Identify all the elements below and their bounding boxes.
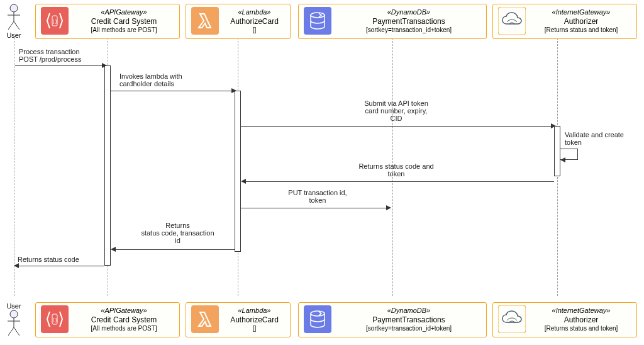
message-put-transaction: PUT transaction id, token (258, 189, 377, 204)
arrow (241, 208, 389, 208)
dynamodb-icon (304, 7, 331, 36)
svg-rect-20 (191, 305, 219, 333)
message-submit-token: Submit via API token card number, expiry… (314, 99, 478, 122)
lifeline-user (14, 38, 14, 296)
stereotype: «DynamoDB» (336, 307, 481, 315)
msg-line: Validate and create (565, 131, 641, 139)
message-returns-status-token: Returns status code and token (314, 162, 478, 178)
activation-api (104, 65, 111, 266)
participant-title: AuthorizeCard (224, 17, 285, 26)
svg-rect-8 (191, 7, 219, 35)
internetgateway-icon (498, 7, 526, 36)
stickman-icon (6, 310, 21, 336)
svg-point-12 (10, 310, 18, 318)
participant-dynamo-bottom: «DynamoDB» PaymentTransactions [sortkey=… (298, 302, 487, 337)
internetgateway-icon (498, 305, 526, 334)
participant-igw-top: «InternetGateway» Authorizer [Returns st… (492, 4, 637, 39)
stickman-icon (6, 4, 21, 30)
arrow (241, 126, 553, 127)
stereotype: «APIGateway» (74, 8, 174, 17)
svg-point-0 (10, 4, 18, 12)
participant-meta: [All methods are POST] (74, 325, 174, 333)
participant-meta: [sortkey=transaction_id+token] (336, 325, 481, 333)
msg-line: token (314, 170, 478, 178)
stereotype: «InternetGateway» (531, 307, 631, 315)
svg-line-3 (8, 21, 14, 30)
participant-meta: [sortkey=transaction_id+token] (336, 26, 481, 35)
participant-title: PaymentTransactions (336, 315, 481, 325)
participant-title: Authorizer (531, 17, 631, 26)
message-invokes-lambda: Invokes lambda with cardholder details (119, 72, 233, 88)
actor-label: User (3, 31, 25, 39)
participant-meta: [All methods are POST] (74, 26, 174, 35)
msg-line: Invokes lambda with (119, 72, 233, 80)
participant-meta: [Returns status and token] (531, 325, 631, 333)
apigateway-icon: { } (41, 7, 69, 36)
arrow (244, 181, 554, 182)
actor-user-bottom: User (3, 301, 25, 336)
arrow (17, 266, 104, 266)
msg-line: PUT transaction id, (258, 189, 377, 196)
participant-meta: [Returns status and token] (531, 26, 631, 35)
actor-user-top: User (3, 4, 25, 39)
stereotype: «Lambda» (224, 307, 285, 315)
message-returns-status-code: Returns status code (18, 256, 103, 263)
svg-text:{ }: { } (53, 317, 57, 322)
participant-meta: [] (224, 325, 285, 333)
participant-title: Credit Card System (74, 17, 174, 26)
msg-line: POST /prod/process (19, 55, 104, 63)
svg-rect-9 (304, 7, 331, 35)
participant-title: PaymentTransactions (336, 17, 481, 26)
activation-lambda (235, 91, 241, 252)
actor-label: User (3, 302, 25, 310)
svg-line-16 (14, 327, 19, 336)
participant-title: Credit Card System (74, 315, 174, 325)
arrow (114, 249, 235, 250)
msg-line: Submit via API token (314, 99, 478, 107)
stereotype: «Lambda» (224, 8, 285, 17)
participant-lambda-bottom: «Lambda» AuthorizeCard [] (186, 302, 291, 337)
participant-title: Authorizer (531, 315, 631, 325)
stereotype: «DynamoDB» (336, 8, 481, 17)
message-process-transaction: Process transaction POST /prod/process (19, 48, 104, 63)
msg-line: token (258, 196, 377, 204)
arrowhead-icon (560, 157, 565, 162)
arrowhead-icon (241, 179, 246, 184)
participant-api-bottom: { } «APIGateway» Credit Card System [All… (35, 302, 180, 337)
participant-lambda-top: «Lambda» AuthorizeCard [] (186, 4, 291, 39)
msg-line: Process transaction (19, 48, 104, 55)
arrowhead-icon (111, 247, 116, 252)
message-returns-transaction-id: Returns status code, transaction id (123, 222, 233, 244)
apigateway-icon: { } (41, 305, 69, 334)
stereotype: «InternetGateway» (531, 8, 631, 17)
msg-line: token (565, 139, 641, 146)
lambda-icon (191, 305, 219, 334)
message-validate-token: Validate and create token (565, 131, 641, 146)
activation-igw (554, 126, 560, 176)
participant-dynamo-top: «DynamoDB» PaymentTransactions [sortkey=… (298, 4, 487, 39)
svg-line-4 (14, 21, 19, 30)
arrow (15, 65, 104, 66)
msg-line: cardholder details (119, 80, 233, 88)
participant-api-top: { } «APIGateway» Credit Card System [All… (35, 4, 180, 39)
svg-line-15 (8, 327, 14, 336)
dynamodb-icon (304, 305, 331, 334)
participant-meta: [] (224, 26, 285, 35)
arrowhead-icon (14, 263, 19, 268)
msg-line: CID (314, 115, 478, 122)
msg-line: status code, transaction (123, 229, 233, 237)
sequence-diagram: User { } «APIGateway» Credit Card System… (0, 0, 644, 345)
msg-line: Returns status code and (314, 162, 478, 170)
msg-line: Returns (123, 222, 233, 229)
arrow (111, 91, 234, 91)
msg-line: Returns status code (18, 256, 103, 263)
svg-text:{ }: { } (53, 19, 57, 24)
msg-line: id (123, 237, 233, 244)
lambda-icon (191, 7, 219, 36)
svg-rect-21 (304, 305, 331, 333)
arrowhead-icon (386, 205, 391, 210)
participant-title: AuthorizeCard (224, 315, 285, 325)
msg-line: card number, expiry, (314, 107, 478, 115)
stereotype: «APIGateway» (74, 307, 174, 315)
participant-igw-bottom: «InternetGateway» Authorizer [Returns st… (492, 302, 637, 337)
